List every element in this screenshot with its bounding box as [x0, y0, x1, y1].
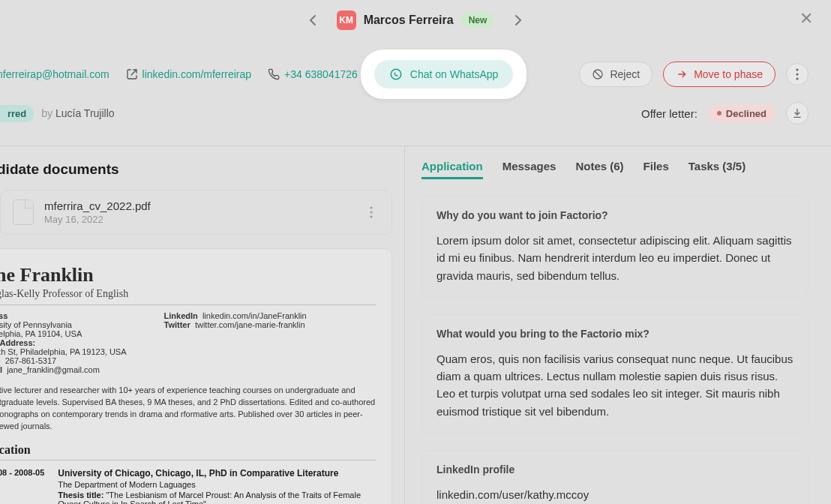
tab-notes[interactable]: Notes (6) [575, 160, 623, 179]
reject-button[interactable]: Reject [579, 62, 652, 87]
offer-status-text: Declined [726, 108, 766, 119]
email-link[interactable]: nferreirap@hotmail.com [0, 68, 110, 80]
status-badge-new: New [461, 12, 495, 28]
external-link-icon [126, 68, 138, 80]
more-actions-button[interactable] [786, 63, 808, 86]
move-label: Move to phase [694, 68, 763, 80]
arrow-right-icon [676, 68, 688, 80]
tab-tasks[interactable]: Tasks (3/5) [688, 160, 746, 179]
qa-card: Why do you want to join Factorio? Lorem … [422, 196, 808, 298]
cv-bio: oactive lecturer and researcher with 10+… [0, 385, 376, 433]
qa-card: LinkedIn profile linkedin.com/user/kathy… [422, 450, 808, 504]
svg-point-5 [370, 206, 372, 208]
next-candidate-button[interactable] [508, 10, 529, 31]
tab-application[interactable]: Application [422, 160, 483, 179]
svg-point-7 [370, 215, 372, 218]
svg-point-4 [796, 77, 798, 80]
referred-by: by Lucía Trujillo [41, 107, 114, 119]
download-icon [791, 107, 803, 119]
qa-answer: Lorem ipsum dolor sit amet, consectetur … [436, 232, 794, 284]
email-text: nferreirap@hotmail.com [0, 68, 110, 80]
candidate-name: Marcos Ferreira [364, 14, 454, 27]
linkedin-text: linkedin.com/mferreirap [142, 68, 252, 80]
qa-question: What would you bring to the Factorio mix… [436, 328, 794, 340]
move-to-phase-button[interactable]: Move to phase [663, 62, 776, 87]
avatar: KM [337, 10, 356, 30]
linkedin-link[interactable]: linkedin.com/mferreirap [126, 68, 252, 80]
cv-name: ane Franklin [0, 264, 376, 286]
header: KM Marcos Ferreira New ✕ [0, 0, 831, 40]
cv-education-heading: ducation [0, 443, 376, 460]
reject-label: Reject [610, 68, 640, 80]
qa-answer: Quam eros, quis non facilisis varius con… [436, 350, 794, 420]
cv-preview[interactable]: ane Franklin ouglas-Kelly Professor of E… [0, 248, 392, 504]
documents-section-title: didate documents [0, 161, 392, 178]
referral-row: rred by Lucía Trujillo Offer letter: Dec… [0, 102, 831, 124]
qa-card: What would you bring to the Factorio mix… [422, 314, 808, 434]
tab-messages[interactable]: Messages [502, 160, 556, 179]
offer-letter-label: Offer letter: [641, 107, 698, 120]
tab-files[interactable]: Files [644, 160, 669, 179]
svg-point-3 [796, 73, 798, 75]
contact-row: nferreirap@hotmail.com linkedin.com/mfer… [0, 60, 831, 88]
status-dot-icon [717, 111, 722, 116]
svg-point-2 [796, 68, 798, 70]
file-more-button[interactable] [363, 204, 380, 220]
file-name: mferrira_cv_2022.pdf [44, 200, 352, 212]
file-icon [13, 200, 34, 225]
svg-point-6 [370, 211, 372, 213]
qa-question: LinkedIn profile [436, 464, 794, 476]
cv-subtitle: ouglas-Kelly Professor of English [0, 288, 376, 305]
reject-icon [592, 68, 604, 80]
whatsapp-button[interactable]: Chat on WhatsApp [374, 60, 514, 88]
prev-candidate-button[interactable] [302, 10, 323, 31]
svg-point-0 [391, 69, 401, 80]
tabs: Application Messages Notes (6) Files Tas… [422, 160, 808, 179]
offer-status-chip: Declined [708, 104, 776, 123]
referred-chip: rred [0, 105, 34, 122]
download-offer-button[interactable] [786, 102, 808, 124]
phone-icon [268, 68, 280, 80]
qa-answer: linkedin.com/user/kathy.mccoy [436, 486, 794, 503]
document-card[interactable]: mferrira_cv_2022.pdf May 16, 2022 [0, 190, 392, 235]
close-button[interactable]: ✕ [800, 10, 813, 27]
whatsapp-label: Chat on WhatsApp [410, 68, 499, 80]
qa-question: Why do you want to join Factorio? [436, 209, 794, 221]
more-vertical-icon [370, 206, 373, 218]
more-vertical-icon [796, 68, 799, 80]
phone-link[interactable]: +34 638041726 [268, 68, 358, 80]
file-date: May 16, 2022 [44, 214, 352, 225]
whatsapp-icon [389, 68, 403, 81]
phone-text: +34 638041726 [284, 68, 358, 80]
